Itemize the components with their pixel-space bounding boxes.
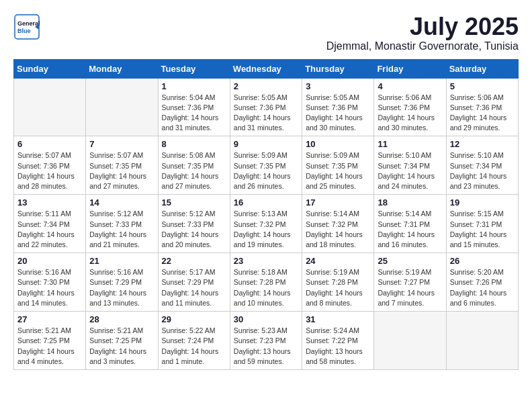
day-number: 1: [162, 81, 226, 91]
calendar-cell: 28Sunrise: 5:21 AMSunset: 7:25 PMDayligh…: [86, 312, 158, 370]
weekday-header: Friday: [374, 59, 446, 78]
calendar-cell: 26Sunrise: 5:20 AMSunset: 7:26 PMDayligh…: [446, 253, 518, 312]
day-number: 5: [450, 81, 515, 91]
day-info: Sunrise: 5:19 AMSunset: 7:28 PMDaylight:…: [306, 267, 370, 308]
calendar-cell: 12Sunrise: 5:10 AMSunset: 7:34 PMDayligh…: [446, 136, 518, 195]
day-info: Sunrise: 5:13 AMSunset: 7:32 PMDaylight:…: [234, 209, 298, 250]
weekday-header: Saturday: [446, 59, 518, 78]
day-info: Sunrise: 5:06 AMSunset: 7:36 PMDaylight:…: [378, 93, 442, 134]
day-info: Sunrise: 5:05 AMSunset: 7:36 PMDaylight:…: [306, 93, 370, 134]
calendar-cell: 8Sunrise: 5:08 AMSunset: 7:35 PMDaylight…: [158, 136, 230, 195]
day-number: 31: [306, 314, 370, 324]
day-number: 8: [162, 139, 226, 149]
day-number: 6: [17, 139, 82, 149]
calendar-cell: 6Sunrise: 5:07 AMSunset: 7:36 PMDaylight…: [14, 136, 86, 195]
day-number: 28: [89, 314, 154, 324]
day-info: Sunrise: 5:05 AMSunset: 7:36 PMDaylight:…: [234, 93, 298, 134]
day-info: Sunrise: 5:22 AMSunset: 7:24 PMDaylight:…: [162, 326, 226, 367]
day-number: 20: [17, 256, 82, 266]
day-number: 21: [89, 256, 154, 266]
day-number: 13: [17, 197, 82, 208]
day-info: Sunrise: 5:09 AMSunset: 7:35 PMDaylight:…: [234, 150, 298, 191]
day-info: Sunrise: 5:20 AMSunset: 7:26 PMDaylight:…: [450, 267, 515, 308]
day-number: 11: [378, 139, 442, 149]
day-info: Sunrise: 5:23 AMSunset: 7:23 PMDaylight:…: [234, 326, 298, 367]
calendar-cell: 14Sunrise: 5:12 AMSunset: 7:33 PMDayligh…: [86, 195, 158, 253]
month-title: July 2025: [326, 13, 519, 40]
calendar-cell: 5Sunrise: 5:06 AMSunset: 7:36 PMDaylight…: [446, 78, 518, 136]
page-header: General Blue July 2025 Djemmal, Monastir…: [13, 13, 519, 52]
calendar-cell: [86, 78, 158, 136]
day-number: 10: [306, 139, 370, 149]
day-number: 27: [17, 314, 82, 324]
day-number: 19: [450, 197, 515, 208]
calendar-cell: 13Sunrise: 5:11 AMSunset: 7:34 PMDayligh…: [14, 195, 86, 253]
day-number: 4: [378, 81, 442, 91]
day-number: 2: [234, 81, 298, 91]
calendar-cell: 18Sunrise: 5:14 AMSunset: 7:31 PMDayligh…: [374, 195, 446, 253]
day-number: 17: [306, 197, 370, 208]
day-number: 25: [378, 256, 442, 266]
calendar-cell: 21Sunrise: 5:16 AMSunset: 7:29 PMDayligh…: [86, 253, 158, 312]
day-number: 7: [89, 139, 154, 149]
day-info: Sunrise: 5:11 AMSunset: 7:34 PMDaylight:…: [17, 209, 82, 250]
calendar-cell: 3Sunrise: 5:05 AMSunset: 7:36 PMDaylight…: [302, 78, 374, 136]
day-info: Sunrise: 5:07 AMSunset: 7:35 PMDaylight:…: [89, 150, 154, 191]
calendar-cell: 9Sunrise: 5:09 AMSunset: 7:35 PMDaylight…: [230, 136, 302, 195]
day-info: Sunrise: 5:18 AMSunset: 7:28 PMDaylight:…: [234, 267, 298, 308]
day-info: Sunrise: 5:09 AMSunset: 7:35 PMDaylight:…: [306, 150, 370, 191]
day-info: Sunrise: 5:07 AMSunset: 7:36 PMDaylight:…: [17, 150, 82, 191]
calendar-cell: 19Sunrise: 5:15 AMSunset: 7:31 PMDayligh…: [446, 195, 518, 253]
day-info: Sunrise: 5:14 AMSunset: 7:31 PMDaylight:…: [378, 209, 442, 250]
day-info: Sunrise: 5:08 AMSunset: 7:35 PMDaylight:…: [162, 150, 226, 191]
logo: General Blue: [13, 13, 40, 43]
calendar-cell: 24Sunrise: 5:19 AMSunset: 7:28 PMDayligh…: [302, 253, 374, 312]
calendar-cell: 27Sunrise: 5:21 AMSunset: 7:25 PMDayligh…: [14, 312, 86, 370]
day-number: 16: [234, 197, 298, 208]
day-number: 22: [162, 256, 226, 266]
weekday-header: Monday: [86, 59, 158, 78]
day-info: Sunrise: 5:16 AMSunset: 7:29 PMDaylight:…: [89, 267, 154, 308]
calendar-cell: 30Sunrise: 5:23 AMSunset: 7:23 PMDayligh…: [230, 312, 302, 370]
day-info: Sunrise: 5:12 AMSunset: 7:33 PMDaylight:…: [162, 209, 226, 250]
day-info: Sunrise: 5:15 AMSunset: 7:31 PMDaylight:…: [450, 209, 515, 250]
day-number: 9: [234, 139, 298, 149]
day-number: 14: [89, 197, 154, 208]
calendar-cell: 29Sunrise: 5:22 AMSunset: 7:24 PMDayligh…: [158, 312, 230, 370]
day-info: Sunrise: 5:24 AMSunset: 7:22 PMDaylight:…: [306, 326, 370, 367]
calendar-cell: 31Sunrise: 5:24 AMSunset: 7:22 PMDayligh…: [302, 312, 374, 370]
day-info: Sunrise: 5:06 AMSunset: 7:36 PMDaylight:…: [450, 93, 515, 134]
calendar-cell: 4Sunrise: 5:06 AMSunset: 7:36 PMDaylight…: [374, 78, 446, 136]
day-info: Sunrise: 5:04 AMSunset: 7:36 PMDaylight:…: [162, 93, 226, 134]
calendar-cell: 15Sunrise: 5:12 AMSunset: 7:33 PMDayligh…: [158, 195, 230, 253]
day-number: 12: [450, 139, 515, 149]
calendar-week-row: 27Sunrise: 5:21 AMSunset: 7:25 PMDayligh…: [14, 312, 519, 370]
calendar-cell: 16Sunrise: 5:13 AMSunset: 7:32 PMDayligh…: [230, 195, 302, 253]
day-info: Sunrise: 5:19 AMSunset: 7:27 PMDaylight:…: [378, 267, 442, 308]
calendar-cell: 1Sunrise: 5:04 AMSunset: 7:36 PMDaylight…: [158, 78, 230, 136]
calendar-cell: 20Sunrise: 5:16 AMSunset: 7:30 PMDayligh…: [14, 253, 86, 312]
calendar-cell: 23Sunrise: 5:18 AMSunset: 7:28 PMDayligh…: [230, 253, 302, 312]
calendar-cell: [14, 78, 86, 136]
day-number: 18: [378, 197, 442, 208]
calendar-cell: 11Sunrise: 5:10 AMSunset: 7:34 PMDayligh…: [374, 136, 446, 195]
calendar-cell: 22Sunrise: 5:17 AMSunset: 7:29 PMDayligh…: [158, 253, 230, 312]
weekday-header: Sunday: [14, 59, 86, 78]
day-info: Sunrise: 5:12 AMSunset: 7:33 PMDaylight:…: [89, 209, 154, 250]
day-info: Sunrise: 5:10 AMSunset: 7:34 PMDaylight:…: [450, 150, 515, 191]
day-number: 30: [234, 314, 298, 324]
calendar-cell: 7Sunrise: 5:07 AMSunset: 7:35 PMDaylight…: [86, 136, 158, 195]
calendar-cell: 10Sunrise: 5:09 AMSunset: 7:35 PMDayligh…: [302, 136, 374, 195]
day-info: Sunrise: 5:17 AMSunset: 7:29 PMDaylight:…: [162, 267, 226, 308]
day-info: Sunrise: 5:21 AMSunset: 7:25 PMDaylight:…: [89, 326, 154, 367]
logo-icon: General Blue: [13, 13, 40, 40]
day-info: Sunrise: 5:14 AMSunset: 7:32 PMDaylight:…: [306, 209, 370, 250]
day-number: 23: [234, 256, 298, 266]
day-number: 29: [162, 314, 226, 324]
day-number: 15: [162, 197, 226, 208]
day-number: 3: [306, 81, 370, 91]
calendar-week-row: 6Sunrise: 5:07 AMSunset: 7:36 PMDaylight…: [14, 136, 519, 195]
day-info: Sunrise: 5:10 AMSunset: 7:34 PMDaylight:…: [378, 150, 442, 191]
calendar-week-row: 1Sunrise: 5:04 AMSunset: 7:36 PMDaylight…: [14, 78, 519, 136]
day-number: 26: [450, 256, 515, 266]
